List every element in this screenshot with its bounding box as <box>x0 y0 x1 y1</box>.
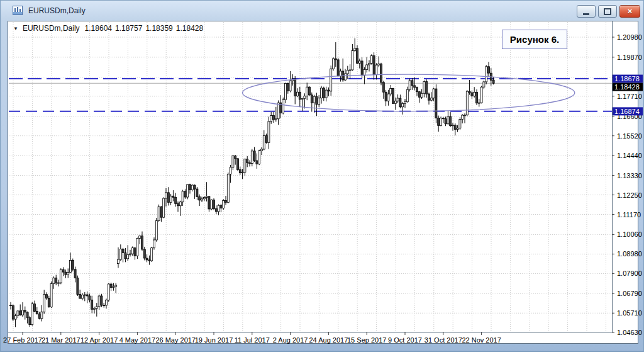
price-axis-label: 1.06790 <box>617 290 642 297</box>
price-chart[interactable]: 27 Feb 201721 Mar 201712 Apr 20174 May 2… <box>8 21 638 344</box>
date-axis-label: 31 Oct 2017 <box>425 336 462 344</box>
svg-text:1.18428: 1.18428 <box>614 83 640 91</box>
date-axis-label: 27 Feb 2017 <box>3 336 42 344</box>
restore-button[interactable] <box>598 5 617 18</box>
date-axis-label: 2 Aug 2017 <box>273 336 308 344</box>
candles-layer <box>10 38 495 327</box>
figure-annotation: Рисунок 6. <box>502 30 567 49</box>
price-axis-label: 1.19870 <box>617 54 642 61</box>
window-controls: × <box>577 5 640 18</box>
restore-icon <box>604 8 611 15</box>
chart-symbol-label: EURUSDm,Daily <box>23 24 80 33</box>
chart-ohlc-header[interactable]: ▼ EURUSDm,Daily 1.18604 1.18757 1.18359 … <box>13 24 203 33</box>
window-titlebar[interactable]: EURUSDm,Daily × <box>1 1 643 20</box>
price-axis-label: 1.15520 <box>617 132 642 140</box>
grid-layer <box>9 22 612 332</box>
date-axis-label: 19 Jun 2017 <box>195 336 233 344</box>
minimize-button[interactable] <box>577 5 596 18</box>
date-axis-label: 4 May 2017 <box>119 336 155 344</box>
date-axis-label: 24 Aug 2017 <box>309 336 348 344</box>
close-button[interactable]: × <box>619 5 640 18</box>
close-icon: × <box>628 7 633 16</box>
close-value: 1.18428 <box>176 24 203 33</box>
price-axis-label: 1.13330 <box>617 172 642 179</box>
price-axis-label: 1.14440 <box>617 152 642 159</box>
price-axis-label: 1.17710 <box>617 93 642 100</box>
date-axis-label: 12 Apr 2017 <box>80 336 118 344</box>
price-axis-label: 1.11170 <box>617 211 641 219</box>
date-axis-label: 9 Oct 2017 <box>388 336 422 344</box>
date-axis-label: 15 Sep 2017 <box>347 336 386 344</box>
price-axis-label: 1.08980 <box>617 250 642 258</box>
svg-text:1.18678: 1.18678 <box>614 75 640 82</box>
screenshot-root: { "window": { "title": "EURUSDm,Daily", … <box>0 0 644 352</box>
high-value: 1.18757 <box>115 24 142 33</box>
open-value: 1.18604 <box>85 24 112 33</box>
price-axis-label: 1.10060 <box>617 230 642 238</box>
date-axis-label: 11 Jul 2017 <box>235 336 270 344</box>
price-axis-label: 1.12250 <box>617 191 642 199</box>
ellipse-annotation <box>243 74 575 111</box>
price-axis-label: 1.07900 <box>617 270 642 277</box>
date-axis-label: 21 Mar 2017 <box>42 336 80 344</box>
price-axis-label: 1.20980 <box>617 33 642 41</box>
date-axis-label: 26 May 2017 <box>155 336 196 344</box>
date-axis-label: 22 Nov 2017 <box>462 336 501 344</box>
chevron-down-icon: ▼ <box>13 26 18 31</box>
svg-text:1.16874: 1.16874 <box>614 108 640 115</box>
chart-window: EURUSDm,Daily × 27 Feb 201721 Mar 201712… <box>0 0 644 352</box>
price-axis-label: 1.05710 <box>617 309 642 317</box>
window-title: EURUSDm,Daily <box>28 6 86 15</box>
price-axis-label: 1.04630 <box>617 329 642 336</box>
low-value: 1.18359 <box>145 24 172 33</box>
chart-icon <box>13 6 23 15</box>
minimize-icon <box>583 13 589 15</box>
